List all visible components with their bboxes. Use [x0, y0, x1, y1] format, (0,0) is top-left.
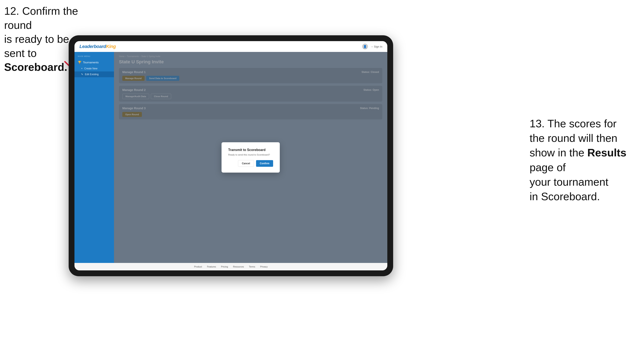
modal-confirm-button[interactable]: Confirm	[256, 160, 273, 167]
logo: LeaderboardKing	[80, 44, 116, 49]
instruction-right-bold: Results	[588, 147, 626, 159]
transmit-modal: Transmit to Scoreboard Ready to send thi…	[222, 142, 280, 173]
sidebar-item-tournaments[interactable]: 🏆 Tournaments	[74, 59, 114, 66]
footer-link-privacy[interactable]: Privacy	[260, 265, 268, 268]
instruction-bold: Scoreboard.	[4, 61, 67, 73]
footer-link-resources[interactable]: Resources	[233, 265, 244, 268]
page-area: Home › Tournaments › State U Spring Invi…	[114, 52, 387, 263]
top-nav: LeaderboardKing 👤 → Sign In	[74, 41, 387, 52]
instruction-right-text: 13. The scores forthe round will thensho…	[530, 118, 626, 202]
user-icon: 👤	[362, 44, 368, 49]
page-footer: Product Features Pricing Resources Terms…	[74, 263, 387, 270]
sidebar-item-edit-existing[interactable]: ✎ Edit Existing	[74, 71, 114, 77]
nav-right: 👤 → Sign In	[362, 44, 382, 49]
tablet: LeaderboardKing 👤 → Sign In MAIN MENU 🏆 …	[69, 35, 393, 276]
edit-icon: ✎	[81, 73, 83, 76]
instruction-top-text: 12. Confirm the roundis ready to be sent…	[4, 5, 78, 73]
modal-subtitle: Ready to send this round to Scoreboard?	[228, 154, 273, 156]
footer-link-features[interactable]: Features	[207, 265, 216, 268]
modal-title: Transmit to Scoreboard	[228, 148, 273, 152]
modal-cancel-button[interactable]: Cancel	[238, 160, 254, 167]
main-content: MAIN MENU 🏆 Tournaments + Create New ✎ E…	[74, 52, 387, 263]
footer-link-product[interactable]: Product	[194, 265, 202, 268]
trophy-icon: 🏆	[78, 61, 81, 64]
sidebar-item-create-new[interactable]: + Create New	[74, 66, 114, 71]
sidebar-main-menu-label: MAIN MENU	[74, 55, 114, 57]
sign-in-button[interactable]: → Sign In	[370, 45, 382, 48]
logo-text: LeaderboardKing	[80, 44, 116, 49]
sidebar: MAIN MENU 🏆 Tournaments + Create New ✎ E…	[74, 52, 114, 263]
plus-icon: +	[81, 67, 82, 70]
footer-link-pricing[interactable]: Pricing	[221, 265, 228, 268]
footer-link-terms[interactable]: Terms	[249, 265, 255, 268]
tablet-screen: LeaderboardKing 👤 → Sign In MAIN MENU 🏆 …	[74, 41, 387, 270]
sidebar-create-new-label: Create New	[84, 67, 97, 70]
sidebar-edit-existing-label: Edit Existing	[85, 73, 98, 76]
modal-actions: Cancel Confirm	[228, 160, 273, 167]
modal-overlay: Transmit to Scoreboard Ready to send thi…	[114, 52, 387, 263]
sidebar-tournaments-label: Tournaments	[83, 61, 98, 64]
instruction-right: 13. The scores forthe round will thensho…	[530, 116, 638, 204]
